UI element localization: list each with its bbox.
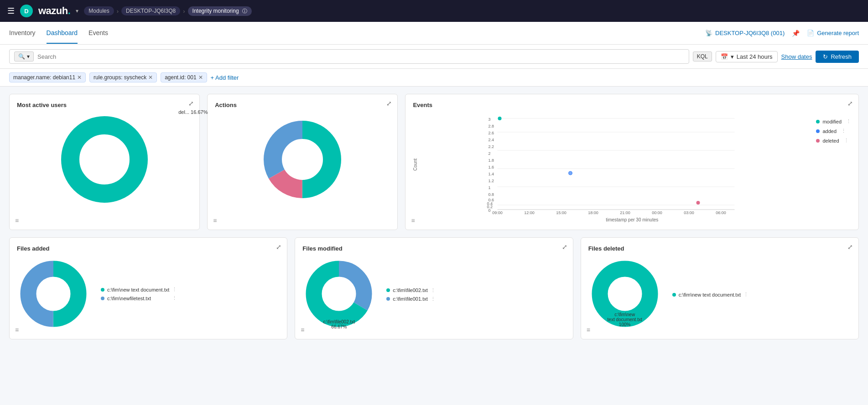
events-legend-modified-dot (816, 120, 820, 123)
breadcrumb-agent[interactable]: DESKTOP-JQ6I3Q8 (121, 6, 180, 15)
filter-manager[interactable]: manager.name: debian11 ✕ (9, 72, 86, 82)
breadcrumb-modules[interactable]: Modules (84, 6, 114, 15)
card-most-active-users-list-icon[interactable]: ≡ (15, 217, 19, 224)
card-files-modified-list-icon[interactable]: ≡ (301, 326, 304, 333)
tab-inventory[interactable]: Inventory (9, 23, 36, 44)
svg-text:00:00: 00:00 (652, 210, 663, 215)
card-most-active-users-expand[interactable]: ⤢ (188, 100, 194, 107)
events-legend-added-dot (816, 129, 820, 133)
events-y-axis-label: Count (413, 159, 418, 171)
breadcrumb-sep-1: › (117, 8, 119, 15)
files-deleted-chart-container: c:\fim\new text document.txt 100% (588, 257, 661, 332)
svg-text:0: 0 (489, 208, 491, 213)
files-deleted-legend-dot-1 (672, 293, 676, 297)
card-actions: Actions ⤢ del... 16.67% ≡ (207, 94, 398, 230)
card-files-added-list-icon[interactable]: ≡ (15, 326, 19, 333)
files-modified-legend-label-2: c:\fim\file001.txt (393, 296, 427, 302)
events-legend-deleted-menu[interactable]: ⋮ (844, 138, 849, 144)
card-actions-title: Actions (215, 102, 390, 108)
legend-dot-2 (101, 297, 104, 300)
svg-point-47 (612, 281, 638, 307)
time-picker[interactable]: 📅 ▾ Last 24 hours (716, 51, 778, 62)
card-files-deleted-list-icon[interactable]: ≡ (587, 326, 590, 333)
filter-rulegroups[interactable]: rule.groups: syscheck ✕ (89, 72, 157, 82)
files-modified-legend-menu-1[interactable]: ⋮ (431, 287, 436, 293)
logo-chevron-icon[interactable]: ▾ (76, 8, 78, 14)
breadcrumb: Modules › DESKTOP-JQ6I3Q8 › Integrity mo… (84, 6, 252, 16)
toolbar: 🔍 ▾ KQL 📅 ▾ Last 24 hours Show dates ↻ R… (0, 45, 868, 69)
card-files-added-expand[interactable]: ⤢ (276, 243, 281, 251)
events-chart-wrapper: Count 3 2.8 2.6 2.4 2.2 2 1.8 1.6 1.4 1.… (413, 114, 851, 215)
svg-text:2.8: 2.8 (489, 124, 494, 128)
generate-report-button[interactable]: 📄 Generate report (807, 30, 859, 36)
events-legend-modified-menu[interactable]: ⋮ (846, 118, 851, 124)
card-files-added-title: Files added (17, 245, 280, 252)
svg-point-42 (41, 281, 66, 307)
refresh-label: Refresh (831, 53, 852, 60)
card-files-deleted-expand[interactable]: ⤢ (847, 243, 853, 251)
filter-rulegroups-close[interactable]: ✕ (148, 74, 153, 81)
files-modified-legend-item-2: c:\fim\file001.txt ⋮ (386, 296, 435, 302)
events-legend: modified ⋮ added ⋮ deleted ⋮ (816, 118, 851, 144)
files-deleted-legend-item-1: c:\fim\new text document.txt ⋮ (672, 292, 748, 297)
actions-chart: del... 16.67% (215, 114, 390, 205)
agent-badge[interactable]: 📡 DESKTOP-JQ6I3Q8 (001) (705, 30, 785, 36)
card-events-list-icon[interactable]: ≡ (411, 217, 415, 224)
svg-point-45 (326, 281, 352, 307)
files-added-legend-menu-1[interactable]: ⋮ (172, 287, 177, 292)
filter-agentid-close[interactable]: ✕ (198, 74, 203, 81)
search-type-btn[interactable]: 🔍 ▾ (14, 51, 34, 62)
files-modified-chart-container: c:\fim\file002.txt 66.67% (302, 257, 375, 332)
events-chart-area: 3 2.8 2.6 2.4 2.2 2 1.8 1.6 1.4 1.2 1 0.… (420, 114, 812, 215)
kql-button[interactable]: KQL (693, 51, 712, 62)
breadcrumb-sep-2: › (183, 8, 185, 15)
dashboard-row-2: Files added ⤢ c:\fim\new text document.t… (9, 237, 859, 339)
files-added-legend-label-2: c:\fim\newfiletest.txt (107, 296, 151, 301)
search-input[interactable] (37, 53, 684, 60)
refresh-button[interactable]: ↻ Refresh (816, 51, 859, 63)
breadcrumb-module[interactable]: Integrity monitoring ⓘ (188, 6, 252, 16)
svg-text:1.6: 1.6 (489, 165, 494, 169)
tab-dashboard[interactable]: Dashboard (47, 23, 78, 44)
pin-icon[interactable]: 📌 (792, 30, 800, 37)
add-filter-label: + Add filter (211, 74, 239, 81)
events-legend-deleted-dot (816, 139, 820, 143)
card-most-active-users-title: Most active users (17, 102, 192, 108)
svg-text:15:00: 15:00 (556, 210, 567, 215)
hamburger-icon[interactable]: ☰ (7, 6, 15, 16)
card-actions-list-icon[interactable]: ≡ (213, 217, 217, 224)
filter-manager-close[interactable]: ✕ (77, 74, 82, 81)
tab-events[interactable]: Events (88, 23, 108, 44)
files-added-legend: c:\fim\new text document.txt ⋮ c:\fim\ne… (101, 287, 177, 301)
svg-text:03:00: 03:00 (684, 210, 695, 215)
events-legend-modified-label: modified (822, 119, 842, 124)
show-dates-button[interactable]: Show dates (781, 53, 812, 60)
events-legend-modified: modified ⋮ (816, 118, 851, 124)
add-filter-button[interactable]: + Add filter (211, 74, 239, 81)
files-added-legend-item-1: c:\fim\new text document.txt ⋮ (101, 287, 177, 292)
sub-header-right: 📡 DESKTOP-JQ6I3Q8 (001) 📌 📄 Generate rep… (705, 30, 859, 37)
svg-text:2.2: 2.2 (489, 144, 494, 149)
card-events-expand[interactable]: ⤢ (847, 100, 853, 107)
svg-text:1: 1 (489, 185, 491, 190)
files-modified-legend-item-1: c:\fim\file002.txt ⋮ (386, 287, 435, 293)
filter-agentid-label: agent.id: 001 (165, 74, 196, 81)
svg-text:09:00: 09:00 (493, 210, 503, 215)
events-legend-added-menu[interactable]: ⋮ (841, 128, 846, 134)
legend-dot-1 (101, 288, 104, 292)
svg-text:1.4: 1.4 (489, 172, 494, 176)
card-files-modified-expand[interactable]: ⤢ (562, 243, 567, 251)
files-deleted-inner: c:\fim\new text document.txt 100% c:\fim… (588, 257, 851, 332)
svg-point-5 (286, 144, 318, 175)
agent-radio-icon: 📡 (705, 30, 712, 36)
files-added-legend-label-1: c:\fim\new text document.txt (107, 287, 169, 292)
files-modified-legend-menu-2[interactable]: ⋮ (431, 296, 436, 302)
filter-manager-label: manager.name: debian11 (13, 74, 75, 81)
files-deleted-legend-label-1: c:\fim\new text document.txt (679, 292, 741, 297)
files-added-legend-menu-2[interactable]: ⋮ (172, 295, 177, 301)
files-added-legend-item-2: c:\fim\newfiletest.txt ⋮ (101, 295, 177, 301)
files-deleted-legend-menu-1[interactable]: ⋮ (743, 292, 748, 297)
card-actions-expand[interactable]: ⤢ (386, 100, 392, 107)
top-nav: ☰ D wazuh. ▾ Modules › DESKTOP-JQ6I3Q8 ›… (0, 0, 868, 22)
filter-agentid[interactable]: agent.id: 001 ✕ (161, 72, 207, 82)
